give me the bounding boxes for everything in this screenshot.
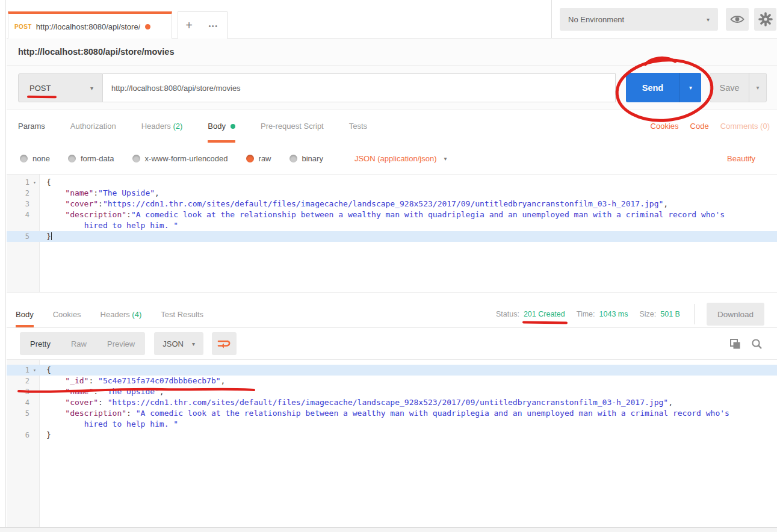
method-select[interactable]: POST ▾ xyxy=(18,73,103,102)
request-title-band: http://localhost:8080/api/store/movies xyxy=(7,39,777,66)
url-input[interactable] xyxy=(103,73,616,102)
response-tab-cookies[interactable]: Cookies xyxy=(53,301,81,327)
red-underline-annotation xyxy=(27,96,57,98)
fold-spacer xyxy=(29,199,40,209)
save-button[interactable]: Save ▾ xyxy=(710,73,767,102)
chevron-down-icon: ▾ xyxy=(90,85,93,91)
tab-options-button[interactable]: ••• xyxy=(200,11,228,39)
code-line: 4 "description":"A comedic look at the r… xyxy=(7,209,777,231)
code-line: 3 "name": "The Upside", xyxy=(7,386,777,397)
request-url-heading: http://localhost:8080/api/store/movies xyxy=(18,47,174,57)
body-has-content-dot-icon xyxy=(231,124,235,129)
response-tab-test-results[interactable]: Test Results xyxy=(161,301,203,327)
line-number: 2 xyxy=(7,188,29,199)
code-line: 3 "cover":"https://cdn1.thr.com/sites/de… xyxy=(7,199,777,209)
line-number: 1 xyxy=(7,365,29,376)
tab-method-badge: POST xyxy=(14,23,32,30)
chevron-down-icon: ▾ xyxy=(707,16,710,23)
send-button[interactable]: Send ▾ xyxy=(626,73,701,102)
fold-caret-icon[interactable]: ▾ xyxy=(29,365,40,376)
fold-spacer xyxy=(29,231,40,242)
code-link[interactable]: Code xyxy=(690,122,709,131)
radio-selected-icon xyxy=(246,155,254,162)
request-tab[interactable]: POST http://localhost:8080/api/store/ xyxy=(8,11,172,39)
line-number: 1 xyxy=(7,177,29,188)
fold-spacer xyxy=(29,188,40,199)
time-label: Time: xyxy=(577,310,595,318)
line-number: 3 xyxy=(7,199,29,209)
status-value: 201 Created xyxy=(524,310,565,318)
line-number: 6 xyxy=(7,430,29,441)
eye-icon xyxy=(730,14,744,25)
beautify-link[interactable]: Beautify xyxy=(727,154,755,163)
body-type-raw[interactable]: raw xyxy=(246,154,271,163)
chevron-down-icon: ▾ xyxy=(444,155,447,162)
response-body-viewer[interactable]: 1▾{2 "_id": "5c4e715fa74c07dbbb6ecb7b",3… xyxy=(7,359,777,527)
response-format-selector[interactable]: JSON ▾ xyxy=(154,332,203,355)
response-header: Body Cookies Headers (4) Test Results St… xyxy=(7,301,777,328)
response-tab-body[interactable]: Body xyxy=(16,301,34,327)
status-bar xyxy=(0,527,777,532)
tab-params[interactable]: Params xyxy=(18,110,45,143)
send-button-label: Send xyxy=(626,73,679,102)
body-type-binary[interactable]: binary xyxy=(289,154,323,163)
view-pretty[interactable]: Pretty xyxy=(20,339,61,348)
environment-quick-look-button[interactable] xyxy=(726,8,749,31)
text-cursor xyxy=(51,232,52,240)
time-value: 1043 ms xyxy=(599,310,628,318)
send-options-caret[interactable]: ▾ xyxy=(679,73,701,102)
request-builder: POST ▾ Send ▾ Save ▾ xyxy=(7,66,777,110)
content-type-selector[interactable]: JSON (application/json) ▾ xyxy=(354,154,447,163)
code-line: 5} xyxy=(7,231,777,242)
response-headers-count: (4) xyxy=(130,310,142,319)
cookies-link[interactable]: Cookies xyxy=(651,122,679,131)
wrap-lines-button[interactable] xyxy=(212,332,237,355)
search-icon[interactable] xyxy=(751,338,763,350)
request-tabs: Params Authorization Headers (2) Body Pr… xyxy=(7,110,777,143)
settings-button[interactable] xyxy=(754,8,776,31)
code-line: 4 "cover": "https://cdn1.thr.com/sites/d… xyxy=(7,397,777,408)
tab-body[interactable]: Body xyxy=(208,110,235,143)
request-links: Cookies Code Comments (0) xyxy=(651,110,770,143)
body-type-none[interactable]: none xyxy=(20,154,50,163)
body-type-row: none form-data x-www-form-urlencoded raw… xyxy=(7,143,777,174)
comments-link[interactable]: Comments (0) xyxy=(720,122,770,131)
code-line: 6} xyxy=(7,430,777,441)
code-line: 1▾{ xyxy=(7,365,777,376)
tab-authorization[interactable]: Authorization xyxy=(70,110,116,143)
postman-app: POST http://localhost:8080/api/store/ + … xyxy=(0,0,777,532)
environment-selector[interactable]: No Environment ▾ xyxy=(560,8,718,31)
save-options-caret[interactable]: ▾ xyxy=(749,73,766,102)
fold-spacer xyxy=(29,376,40,386)
response-view-switch: Pretty Raw Preview xyxy=(20,332,145,355)
tab-pre-request-script[interactable]: Pre-request Script xyxy=(261,110,324,143)
response-format-label: JSON xyxy=(163,339,184,348)
headers-count: (2) xyxy=(171,122,183,131)
topbar-divider xyxy=(551,0,552,38)
download-button[interactable]: Download xyxy=(707,303,764,326)
new-tab-button[interactable]: + xyxy=(178,11,200,39)
view-raw[interactable]: Raw xyxy=(61,339,97,348)
code-line: 5 "description": "A comedic look at the … xyxy=(7,408,777,430)
line-number: 4 xyxy=(7,209,29,231)
request-body-editor[interactable]: 1▾{2 "name":"The Upside",3 "cover":"http… xyxy=(7,174,777,292)
body-type-x-www-form-urlencoded[interactable]: x-www-form-urlencoded xyxy=(132,154,228,163)
fold-spacer xyxy=(29,408,40,430)
response-tab-headers[interactable]: Headers (4) xyxy=(101,301,142,327)
view-preview[interactable]: Preview xyxy=(97,339,145,348)
red-underline-annotation xyxy=(522,321,568,324)
code-line: 1▾{ xyxy=(7,177,777,188)
content-type-label: JSON (application/json) xyxy=(354,154,437,163)
tab-headers[interactable]: Headers (2) xyxy=(141,110,183,143)
response-tools xyxy=(729,338,763,350)
fold-spacer xyxy=(29,430,40,441)
unsaved-dot-icon xyxy=(145,24,150,29)
meta-divider xyxy=(694,304,695,324)
radio-icon xyxy=(68,155,76,162)
body-type-form-data[interactable]: form-data xyxy=(68,154,114,163)
tab-tests[interactable]: Tests xyxy=(349,110,367,143)
size-value: 501 B xyxy=(660,310,680,318)
fold-caret-icon[interactable]: ▾ xyxy=(29,177,40,188)
radio-icon xyxy=(132,155,140,162)
copy-icon[interactable] xyxy=(729,338,741,350)
